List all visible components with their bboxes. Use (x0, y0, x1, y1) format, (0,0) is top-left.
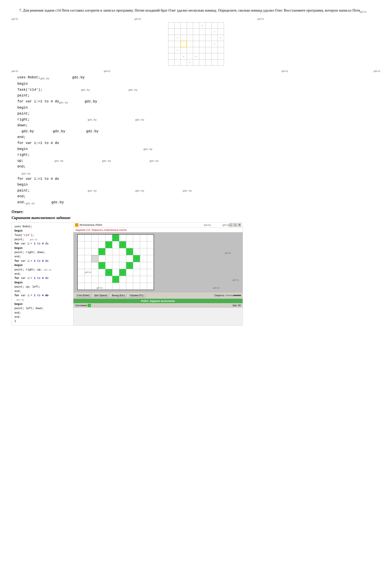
sc-line-2: begin (14, 229, 70, 233)
code-line-3: Task('c14');gdz.bygdz.by (17, 87, 380, 93)
main-code-block: uses Robot;gdz.by gdz.by begin Task('c14… (17, 74, 380, 205)
speed-fill (234, 295, 241, 296)
robot-icon (75, 223, 78, 227)
step-button[interactable]: Шаг (Space) (92, 293, 109, 298)
status-text: Робот. Задание выполнено (141, 299, 175, 302)
screenshot-label: Скриншот выполненного задания: (12, 215, 380, 220)
sc-line-17: for var i:= 1 to 4 do (14, 293, 70, 298)
sc-line-23: I (14, 319, 70, 323)
code-line-12: for var i:=1 to 4 do (17, 140, 380, 146)
sc-line-14: begin (14, 280, 70, 285)
watermark-1: gdz.by (360, 10, 367, 13)
sc-line-18: gdz.by (14, 298, 70, 302)
code-line-11: end; (17, 134, 380, 140)
sc-line-12: end; (14, 272, 70, 276)
code-line-6: begin (17, 105, 380, 111)
wm-grid-5: gdz.by (213, 286, 220, 289)
wm-title-1: gdz.by (204, 224, 211, 226)
wm-grid-6: gdz.by (232, 278, 239, 281)
step-count: Шаг: 50 (232, 304, 241, 307)
robot-titlebar: Исполнитель Робот gdz.by gdz.by — □ ✕ (74, 222, 243, 228)
status-state-label: Состояние (75, 304, 87, 307)
code-line-20: paint;gdz.bygdz.bygdz.by (17, 188, 380, 194)
sc-line-9: for var i:= 1 to 4 do (14, 259, 70, 263)
code-line-21: end; (17, 194, 380, 199)
sc-line-20: paint; left; down; (14, 306, 70, 310)
watermarks-row-2: gdz.by gdz.by gdz.by gdz.by (12, 69, 380, 73)
code-line-18: for var i:=1 to 4 do (17, 176, 380, 182)
sc-line-21: end; (14, 311, 70, 315)
robot-title: Исполнитель Робот (80, 223, 185, 226)
wm-b5: gdz.by (374, 69, 380, 73)
sc-line-3: Task('c14'); (14, 233, 70, 237)
code-line-14: right; (17, 152, 380, 158)
sc-line-11: paint; right; up;gdz.by (14, 268, 70, 272)
grid-area-top (12, 22, 380, 66)
robot-status-row: Состояние Шаг: 50 (74, 303, 243, 308)
task-number: 7. (19, 8, 22, 12)
wm-grid-2: gdz.by (225, 252, 231, 254)
code-line-8: right;gdz.bygdz.by (17, 117, 380, 123)
sc-line-5: for var i:= 1 to 4 do (14, 241, 70, 246)
code-line-4: paint; (17, 93, 380, 99)
code-line-22: end.gdz.by gdz.by (17, 199, 380, 206)
sc-line-1: uses Robot; (14, 224, 70, 229)
sc-line-15: paint; up; left; (14, 285, 70, 289)
sc-line-16: end; (14, 289, 70, 293)
wm-b2: gdz.by (104, 69, 110, 73)
sc-line-7: paint; right; down; (14, 250, 70, 254)
status-indicator: Состояние (75, 304, 91, 307)
code-line-5: for var i:=1 to 4 dogdz.by gdz.by (17, 99, 380, 105)
grid-table-top (168, 22, 224, 66)
robot-toolbar: Стоп (Enter) Шаг (Space) Выход (Esc) Спр… (74, 292, 243, 299)
robot-grid-container: gdz.by gdz.by gdz.by (74, 232, 243, 292)
code-line-16: end; (17, 164, 380, 170)
code-line-2: begin (17, 81, 380, 87)
code-line-17: gdz.by (17, 170, 380, 176)
code-line-15: up;gdz.bygdz.bygdz.by (17, 158, 380, 164)
code-line-13: begingdz.by (17, 146, 380, 152)
robot-window: Исполнитель Робот gdz.by gdz.by — □ ✕ За… (74, 222, 243, 308)
sc-line-22: end. (14, 315, 70, 319)
wm-a2: gdz.by (134, 17, 141, 20)
code-panel: uses Robot; begin Task('c14'); paint;gdz… (12, 222, 74, 326)
status-green-square (88, 304, 91, 307)
screenshot-container: uses Robot; begin Task('c14'); paint;gdz… (12, 222, 243, 326)
task-text: 7. Для решения задачи с14 Петя составил … (12, 8, 380, 13)
robot-subtitle: Задание с14. Закрасить помеченные клетки (74, 228, 243, 232)
answer-label: Ответ: (12, 209, 380, 214)
wm-a3: gdz.by (258, 17, 264, 20)
speed-slider[interactable] (226, 295, 241, 296)
sc-line-8: end; (14, 254, 70, 259)
code-line-10: gdz.by gdz.by gdz.by (17, 128, 380, 134)
wm-grid-4: gdz.by (96, 286, 103, 289)
speed-label: Скорость: (214, 294, 225, 297)
wm-a1: gdz.by (12, 17, 18, 20)
code-line-9: down; (17, 122, 380, 128)
maximize-button[interactable]: □ (234, 223, 237, 227)
stop-button[interactable]: Стоп (Enter) (75, 293, 91, 298)
robot-status-bar: Робот. Задание выполнено (74, 299, 243, 303)
close-button[interactable]: ✕ (238, 223, 241, 227)
robot-grid (77, 234, 154, 290)
sc-line-13: for var i:= 1 to 4 do (14, 276, 70, 280)
watermarks-row-1: gdz.by gdz.by gdz.by (12, 17, 380, 20)
sc-line-19: begin (14, 302, 70, 306)
minimize-button[interactable]: — (229, 223, 232, 227)
code-line-19: begin (17, 182, 380, 188)
sc-line-6: begin (14, 246, 70, 250)
window-buttons[interactable]: — □ ✕ (229, 223, 241, 227)
sc-line-10: begin (14, 263, 70, 267)
wm-b1: gdz.by (12, 69, 18, 73)
exit-button[interactable]: Выход (Esc) (110, 293, 126, 298)
wm-b4: gdz.by (282, 69, 288, 73)
help-button[interactable]: Справка (F1) (128, 293, 145, 298)
speed-control: Скорость: (214, 294, 241, 297)
wm-title-2: gdz.by (222, 224, 229, 226)
code-line-7: paint; (17, 111, 380, 117)
task-body: Для решения задачи с14 Петя составил алг… (23, 8, 360, 12)
code-line-1: uses Robot;gdz.by gdz.by (17, 74, 380, 81)
sc-line-4: paint;gdz.by (14, 237, 70, 241)
